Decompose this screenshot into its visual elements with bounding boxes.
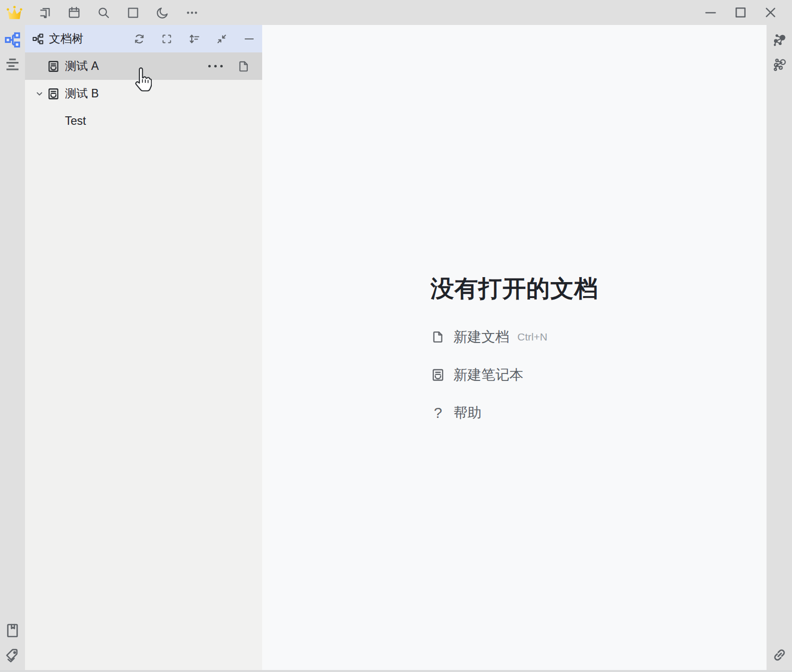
file-tree-panel-header: 文档树	[25, 25, 262, 52]
graph-dock-icon[interactable]	[770, 30, 789, 49]
dock-right	[767, 25, 792, 670]
bookmark-dock-icon[interactable]	[3, 621, 22, 640]
new-notebook-action[interactable]: 新建笔记本	[430, 365, 598, 384]
more-icon[interactable]	[206, 65, 224, 67]
square-icon[interactable]	[125, 5, 140, 20]
window-bottom-border	[0, 670, 792, 672]
file-tree-icon	[32, 33, 44, 45]
focus-icon[interactable]	[161, 33, 173, 45]
toggle-placeholder	[32, 114, 47, 129]
file-tree-dock-icon[interactable]	[3, 30, 22, 49]
panel-title: 文档树	[49, 31, 83, 46]
toggle-placeholder	[32, 59, 47, 74]
notebook-icon	[47, 60, 60, 73]
minimize-button[interactable]	[703, 5, 718, 20]
collapse-icon[interactable]	[216, 33, 228, 45]
tree-item-label: 测试 A	[65, 58, 99, 74]
main-editor-area: 没有打开的文档 新建文档 Ctrl+N	[262, 25, 767, 670]
new-document-label: 新建文档	[453, 328, 509, 346]
backlinks-link-icon[interactable]	[770, 646, 789, 665]
search-icon[interactable]	[96, 5, 111, 20]
tree-item-label: Test	[65, 114, 86, 128]
new-document-action[interactable]: 新建文档 Ctrl+N	[430, 328, 598, 346]
dock-left	[0, 25, 25, 670]
maximize-button[interactable]	[733, 5, 748, 20]
close-button[interactable]	[763, 5, 778, 20]
file-tree-panel: 文档树	[25, 25, 262, 670]
outline-dock-icon[interactable]	[3, 55, 22, 74]
new-document-shortcut: Ctrl+N	[517, 331, 547, 343]
help-label: 帮助	[453, 403, 481, 422]
tree-row-notebook-a[interactable]: 测试 A	[25, 52, 262, 80]
help-action[interactable]: ? 帮助	[430, 403, 598, 422]
tree-item-label: 测试 B	[65, 86, 99, 101]
tree-row-doc-test[interactable]: Test	[25, 107, 262, 135]
notebook-icon	[47, 87, 60, 100]
notebook-icon	[430, 367, 445, 382]
empty-state-title: 没有打开的文档	[430, 273, 598, 305]
app-window: 文档树	[0, 0, 792, 672]
more-ellipsis-icon[interactable]	[184, 5, 199, 20]
template-doc-icon[interactable]	[37, 5, 52, 20]
dark-mode-moon-icon[interactable]	[155, 5, 170, 20]
tree-row-notebook-b[interactable]: 测试 B	[25, 80, 262, 107]
window-controls	[688, 5, 792, 20]
new-file-icon	[430, 330, 445, 344]
new-doc-icon[interactable]	[237, 60, 250, 73]
refresh-icon[interactable]	[133, 33, 145, 45]
panel-toolbar	[118, 33, 255, 45]
sort-icon[interactable]	[188, 33, 200, 45]
document-tree: 测试 A	[25, 52, 262, 135]
empty-state: 没有打开的文档 新建文档 Ctrl+N	[430, 273, 598, 422]
min-panel-icon[interactable]	[243, 33, 255, 45]
crown-icon[interactable]	[0, 4, 29, 20]
row-actions	[206, 60, 250, 73]
chevron-down-icon[interactable]	[32, 86, 47, 101]
global-graph-dock-icon[interactable]	[770, 55, 789, 74]
top-toolbar	[0, 0, 792, 25]
new-notebook-label: 新建笔记本	[453, 365, 523, 384]
daily-note-calendar-icon[interactable]	[66, 5, 81, 20]
tag-dock-icon[interactable]	[3, 646, 22, 665]
help-icon: ?	[430, 405, 445, 420]
